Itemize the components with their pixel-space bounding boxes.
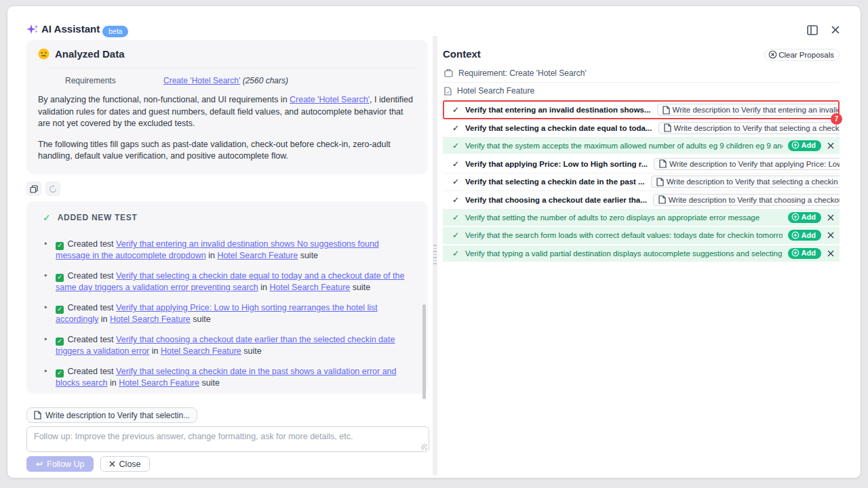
add-test-button[interactable]: Add [788, 230, 821, 241]
green-check-emoji-icon: ✓ [56, 369, 64, 378]
add-test-button[interactable]: Add [788, 248, 821, 259]
dismiss-proposal-icon[interactable] [827, 250, 834, 257]
pane-resize-grip[interactable] [433, 245, 437, 266]
list-item: • ✓ Created test Verify that entering an… [44, 239, 414, 262]
copy-icon[interactable] [26, 182, 41, 196]
context-feature-row[interactable]: Hotel Search Feature [443, 83, 840, 101]
side-panel-toggle-icon[interactable] [806, 24, 818, 36]
added-new-test-card: ✓ ADDED NEW TEST • ✓ Created test Verify… [26, 201, 428, 394]
write-description-chip[interactable]: Write description to Verify that applyin… [654, 158, 840, 170]
write-description-chip[interactable]: Write description to Verify that selecti… [658, 122, 840, 134]
briefcase-icon [444, 68, 453, 77]
requirement-link[interactable]: Create 'Hotel Search' [163, 76, 240, 85]
sparkles-icon [26, 23, 39, 37]
write-description-chip[interactable]: Write description to Verify that choosin… [653, 194, 840, 206]
dismiss-proposal-icon[interactable] [827, 232, 834, 239]
list-item: • ✓ Created test Verify that choosing a … [44, 334, 414, 357]
proposal-test-row[interactable]: ✓ Verify that the system accepts the max… [443, 138, 840, 156]
chip-label: Write description to Verify that applyin… [669, 160, 840, 168]
suite-word: suite [193, 314, 210, 324]
list-item: • ✓ Created test Verify that applying Pr… [44, 302, 414, 325]
clear-proposals-button[interactable]: Clear Proposals [764, 49, 840, 61]
check-icon: ✓ [452, 159, 459, 169]
proposal-test-row[interactable]: ✓ Verify that setting the number of adul… [443, 209, 840, 228]
list-item: • ✓ Created test Verify that selecting a… [44, 270, 414, 293]
suite-link[interactable]: Hotel Search Feature [269, 283, 350, 292]
test-title: Verify that entering an invalid destinat… [465, 106, 651, 114]
check-icon: ✓ [452, 123, 459, 133]
added-new-test-heading: ADDED NEW TEST [58, 213, 138, 222]
requirement-inline-link[interactable]: Create 'Hotel Search' [290, 95, 370, 104]
beta-badge: beta [102, 26, 128, 37]
context-requirement-row[interactable]: Requirement: Create 'Hotel Search' [443, 64, 840, 83]
add-test-button[interactable]: Add [788, 140, 821, 151]
test-title: Verify that selecting a checkin date equ… [465, 124, 652, 132]
proposal-test-row[interactable]: ✓ Verify that the search form loads with… [443, 227, 840, 245]
suite-word: suite [201, 378, 219, 388]
follow-up-input[interactable]: Follow up: Improve the previous answer, … [26, 426, 429, 452]
chip-label: Write description to Verify that enterin… [673, 106, 838, 114]
write-description-chip[interactable]: Write description to Verify that enterin… [657, 104, 838, 116]
list-item: • ✓ Created test Verify that selecting a… [44, 366, 414, 389]
test-row[interactable]: ✓ Verify that selecting a checkin date i… [443, 174, 840, 192]
analysis-paragraph-1: By analyzing the functional, non-functio… [38, 94, 416, 130]
chip-label: Write description to Verify that selecti… [674, 124, 840, 132]
regenerate-icon[interactable] [45, 182, 60, 196]
proposal-count-badge: 7 [831, 113, 842, 125]
created-test-prefix: Created test [67, 239, 113, 249]
add-test-button[interactable]: Add [788, 212, 821, 223]
paragraph-text: By analyzing the functional, non-functio… [38, 95, 288, 104]
suite-link[interactable]: Hotel Search Feature [217, 251, 298, 260]
analyzed-data-heading: Analyzed Data [55, 48, 125, 60]
follow-up-label: Follow Up [47, 460, 85, 469]
green-check-emoji-icon: ✓ [56, 306, 64, 314]
test-row[interactable]: ✓ Verify that choosing a checkout date e… [443, 191, 840, 209]
suite-link[interactable]: Hotel Search Feature [110, 314, 191, 324]
test-title: Verify that typing a valid partial desti… [465, 249, 783, 258]
test-title: Verify that the system accepts the maxim… [465, 142, 783, 150]
analyzed-data-card: Analyzed Data Requirements Create 'Hotel… [26, 40, 428, 174]
close-panel-icon[interactable] [831, 25, 840, 35]
add-label: Add [802, 213, 816, 221]
divider [47, 68, 416, 68]
test-row[interactable]: ✓ Verify that selecting a checkin date e… [443, 119, 840, 138]
suite-word: suite [243, 346, 261, 356]
test-row[interactable]: ✓ Verify that applying Price: Low to Hig… [443, 155, 840, 174]
success-check-icon: ✓ [43, 212, 51, 223]
pending-description-chip[interactable]: Write description to Verify that selecti… [26, 407, 197, 423]
test-row[interactable]: ✓ Verify that entering an invalid destin… [444, 102, 838, 118]
test-title: Verify that setting the number of adults… [465, 214, 783, 222]
test-title: Verify that the search form loads with c… [465, 231, 783, 239]
bullet-icon: • [44, 239, 56, 262]
suite-link[interactable]: Hotel Search Feature [119, 378, 199, 388]
in-word: in [208, 251, 215, 260]
proposal-test-row[interactable]: ✓ Verify that typing a valid partial des… [443, 245, 840, 264]
follow-up-button[interactable]: Follow Up [26, 456, 94, 472]
green-check-emoji-icon: ✓ [56, 242, 64, 250]
in-word: in [101, 314, 108, 324]
follow-up-placeholder: Follow up: Improve the previous answer, … [34, 432, 353, 441]
resize-handle[interactable] [421, 444, 427, 450]
add-label: Add [802, 141, 816, 149]
context-requirement-label: Requirement: Create 'Hotel Search' [458, 68, 587, 78]
dismiss-proposal-icon[interactable] [827, 142, 834, 149]
context-test-list: ✓ Verify that entering an invalid destin… [443, 100, 840, 263]
in-word: in [110, 378, 117, 388]
requirements-label: Requirements [65, 76, 163, 85]
close-label: Close [119, 460, 141, 469]
suite-link[interactable]: Hotel Search Feature [161, 346, 241, 356]
context-heading: Context [443, 48, 481, 60]
write-description-chip[interactable]: Write description to Verify that selecti… [651, 176, 840, 188]
dismiss-proposal-icon[interactable] [827, 214, 834, 221]
in-word: in [260, 283, 267, 292]
bullet-icon: • [44, 334, 56, 357]
check-icon: ✓ [452, 105, 459, 115]
green-check-emoji-icon: ✓ [56, 274, 64, 282]
left-pane-scrollbar[interactable] [422, 304, 426, 399]
check-icon: ✓ [452, 230, 459, 240]
created-test-prefix: Created test [67, 367, 113, 376]
check-icon: ✓ [452, 141, 459, 150]
close-button[interactable]: Close [100, 456, 150, 472]
bullet-icon: • [44, 302, 56, 325]
file-icon [444, 87, 452, 96]
